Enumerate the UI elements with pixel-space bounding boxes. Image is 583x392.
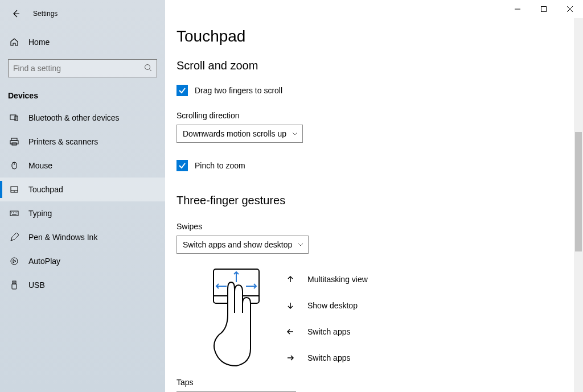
home-nav[interactable]: Home	[0, 31, 165, 53]
gesture-label: Multitasking view	[307, 275, 368, 284]
scrolling-direction-combo[interactable]: Downwards motion scrolls up	[176, 125, 303, 143]
nav-item-typing[interactable]: Typing	[0, 201, 165, 225]
section-scroll-zoom: Scroll and zoom	[176, 59, 583, 72]
devices-icon	[9, 113, 19, 122]
svg-rect-4	[11, 138, 17, 141]
back-button[interactable]	[9, 7, 23, 20]
swipes-combo[interactable]: Switch apps and show desktop	[176, 236, 309, 254]
scrollbar-thumb[interactable]	[575, 132, 582, 251]
check-icon	[178, 162, 186, 170]
nav-label: USB	[28, 280, 45, 290]
nav-label: Touchpad	[28, 185, 63, 194]
gesture-label: Switch apps	[307, 353, 350, 362]
nav-list: Bluetooth & other devices Printers & sca…	[0, 106, 165, 297]
svg-rect-12	[10, 211, 18, 216]
combo-value: Downwards motion scrolls up	[183, 129, 286, 138]
svg-rect-5	[10, 141, 18, 144]
nav-label: Mouse	[28, 161, 52, 170]
mouse-icon	[9, 161, 19, 170]
checkbox-label: Drag two fingers to scroll	[195, 86, 282, 95]
minimize-icon	[515, 6, 520, 12]
nav-label: Bluetooth & other devices	[28, 113, 120, 122]
nav-item-mouse[interactable]: Mouse	[0, 154, 165, 178]
svg-rect-24	[541, 7, 547, 12]
minimize-button[interactable]	[504, 0, 531, 18]
touchpad-icon	[9, 185, 19, 194]
sidebar: Settings Home Devices Bluetooth & other …	[0, 0, 165, 392]
svg-rect-20	[12, 284, 17, 289]
maximize-button[interactable]	[531, 0, 557, 18]
printer-icon	[9, 137, 19, 146]
swipes-label: Swipes	[176, 222, 583, 231]
nav-label: Printers & scanners	[28, 137, 98, 146]
nav-item-bluetooth[interactable]: Bluetooth & other devices	[0, 106, 165, 130]
svg-point-18	[11, 258, 18, 265]
combo-value: Switch apps and show desktop	[183, 240, 292, 249]
nav-item-printers[interactable]: Printers & scanners	[0, 130, 165, 154]
nav-label: Pen & Windows Ink	[28, 233, 97, 242]
checkbox-drag-scroll[interactable]	[176, 85, 188, 96]
gesture-list: Multitasking view Show desktop Switch ap…	[285, 266, 368, 371]
maximize-icon	[541, 6, 547, 12]
checkbox-label: Pinch to zoom	[195, 161, 245, 170]
scrolling-direction-label: Scrolling direction	[176, 111, 583, 120]
nav-group-label: Devices	[8, 91, 165, 100]
nav-item-autoplay[interactable]: AutoPlay	[0, 249, 165, 273]
close-button[interactable]	[557, 0, 583, 18]
nav-item-usb[interactable]: USB	[0, 273, 165, 297]
pen-icon	[9, 233, 19, 242]
home-label: Home	[28, 38, 50, 47]
page-title: Touchpad	[176, 27, 583, 46]
taps-label: Taps	[176, 378, 583, 387]
checkbox-pinch-zoom[interactable]	[176, 160, 188, 171]
app-title: Settings	[33, 10, 58, 18]
back-arrow-icon	[11, 9, 20, 18]
autoplay-icon	[9, 257, 19, 266]
nav-label: AutoPlay	[28, 257, 60, 266]
scrollbar[interactable]	[574, 18, 583, 392]
main-content: Touchpad Scroll and zoom Drag two finger…	[165, 0, 583, 392]
svg-line-1	[150, 69, 152, 72]
keyboard-icon	[9, 209, 19, 218]
gesture-diagram	[199, 266, 268, 371]
check-icon	[178, 86, 186, 94]
nav-item-touchpad[interactable]: Touchpad	[0, 178, 165, 201]
close-icon	[567, 6, 573, 12]
search-icon	[143, 63, 153, 72]
gesture-label: Switch apps	[307, 327, 350, 336]
arrow-up-icon	[285, 275, 296, 283]
usb-icon	[9, 280, 19, 290]
home-icon	[9, 38, 19, 47]
arrow-right-icon	[285, 354, 296, 362]
search-input[interactable]	[8, 59, 157, 77]
arrow-left-icon	[285, 328, 296, 336]
nav-item-pen[interactable]: Pen & Windows Ink	[0, 225, 165, 249]
svg-rect-19	[13, 281, 16, 284]
gesture-label: Show desktop	[307, 301, 358, 310]
svg-point-0	[145, 65, 150, 70]
chevron-down-icon	[292, 132, 298, 135]
chevron-down-icon	[298, 243, 303, 246]
nav-label: Typing	[28, 209, 52, 218]
section-three-finger: Three-finger gestures	[176, 194, 583, 207]
arrow-down-icon	[285, 302, 296, 310]
